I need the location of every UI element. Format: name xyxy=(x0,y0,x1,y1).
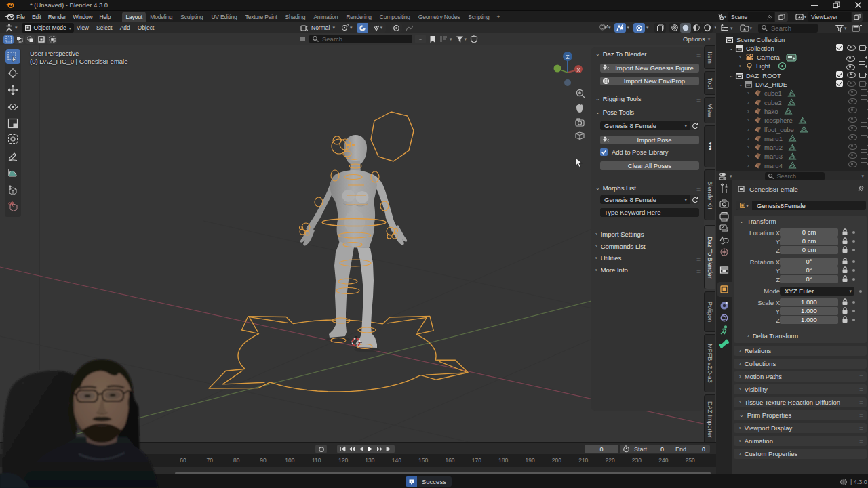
svg-text:Z: Z xyxy=(566,54,570,60)
svg-text:X: X xyxy=(576,67,580,73)
